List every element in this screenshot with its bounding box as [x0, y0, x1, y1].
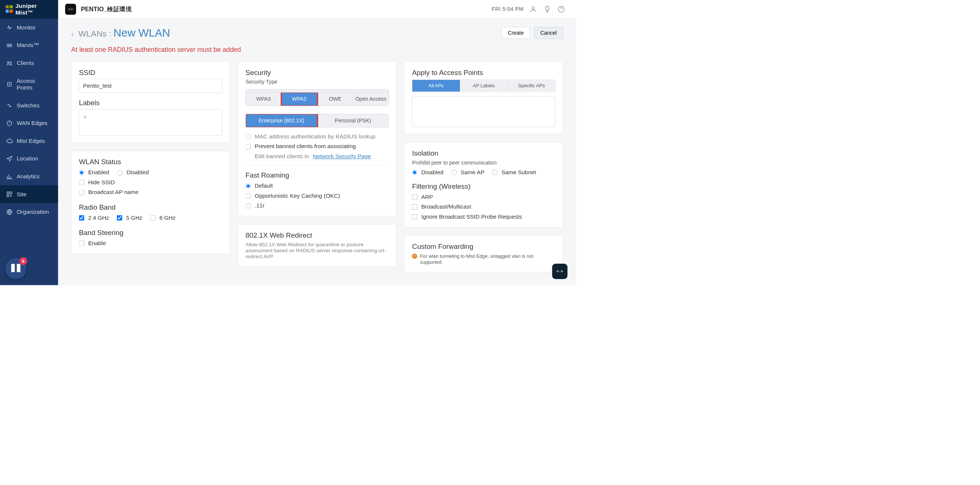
- nav-aps[interactable]: Access Points: [0, 72, 58, 97]
- aps-tab-labels[interactable]: AP Labels: [460, 80, 508, 92]
- nav-analytics[interactable]: Analytics: [0, 168, 58, 185]
- broadcast-apname-check[interactable]: [79, 190, 84, 195]
- band-24-check[interactable]: [79, 215, 84, 220]
- svg-point-6: [10, 62, 11, 64]
- security-card: Security Security Type WPA3 WPA3 WPA2 OW…: [238, 61, 397, 216]
- bulb-icon[interactable]: [543, 5, 552, 14]
- prevent-banned-check[interactable]: [245, 144, 251, 149]
- roam-okc-label: Opportunistic Key Caching (OKC): [255, 193, 340, 199]
- mac-auth-check: [245, 134, 251, 139]
- mac-auth-label: MAC address authentication by RADIUS loo…: [255, 133, 375, 140]
- band-steering-enable-check[interactable]: [79, 241, 84, 246]
- nav-label: Site: [17, 191, 27, 198]
- logo-icon: [5, 5, 13, 14]
- iso-disabled-label: Disabled: [422, 169, 443, 176]
- apply-aps-heading: Apply to Access Points: [412, 68, 555, 77]
- org-name: PENTIO_検証環境: [81, 5, 132, 13]
- svg-point-8: [9, 84, 10, 85]
- svg-rect-11: [7, 195, 9, 196]
- aps-tab-all[interactable]: All APs: [412, 80, 460, 92]
- authmode-enterprise[interactable]: Enterprise (802.1X): [246, 114, 317, 127]
- brand-logo[interactable]: Juniper Mist™: [0, 0, 58, 19]
- custom-forwarding-card: Custom Forwarding ! For wlan tunneling t…: [404, 235, 563, 272]
- add-label-button[interactable]: +: [83, 113, 87, 121]
- user-icon[interactable]: [529, 5, 538, 14]
- nav-clients[interactable]: Clients: [0, 54, 58, 72]
- iso-samesub-radio[interactable]: [492, 170, 498, 175]
- main-content: ‹ WLANs : New WLAN Create Cancel At leas…: [58, 19, 576, 285]
- chat-assistant-button[interactable]: [552, 264, 568, 279]
- apply-aps-card: Apply to Access Points All APs AP Labels…: [404, 61, 563, 134]
- labels-box[interactable]: +: [79, 109, 222, 136]
- authmode-personal[interactable]: Personal (PSK): [317, 114, 388, 127]
- back-chevron-icon[interactable]: ‹: [71, 30, 73, 38]
- sidebar: Monitor Marvis™ Clients Access Points Sw…: [0, 19, 58, 285]
- org-icon: [65, 4, 76, 14]
- aps-selection-box[interactable]: [412, 96, 555, 127]
- svg-point-5: [8, 62, 9, 63]
- help-count-badge: 6: [19, 257, 27, 265]
- svg-rect-10: [10, 192, 12, 194]
- roam-okc-radio[interactable]: [245, 193, 251, 198]
- sectype-wpa3[interactable]: WPA3: [246, 93, 282, 105]
- broadcast-apname-label: Broadcast AP name: [88, 189, 138, 196]
- edit-banned-prefix: Edit banned clients in: [255, 153, 309, 160]
- help-docs-button[interactable]: 6: [5, 258, 26, 279]
- band-steering-heading: Band Steering: [79, 229, 222, 237]
- roam-11r-label: .11r: [255, 202, 264, 209]
- band-6-check[interactable]: [150, 215, 156, 220]
- svg-rect-7: [8, 83, 11, 86]
- cancel-button[interactable]: Cancel: [534, 27, 563, 39]
- roam-default-radio[interactable]: [245, 183, 251, 188]
- top-bar: Juniper Mist™ PENTIO_検証環境 FRI 5:04 PM: [0, 0, 576, 19]
- breadcrumb[interactable]: WLANs :: [78, 29, 111, 38]
- nav-label: Switches: [17, 102, 40, 108]
- aps-tab-specific[interactable]: Specific APs: [508, 80, 555, 92]
- nav-site[interactable]: Site: [0, 185, 58, 203]
- svg-point-4: [10, 45, 10, 46]
- web-redirect-card: 802.1X Web Redirect Allow 802.1X Web Red…: [238, 224, 397, 267]
- help-icon[interactable]: [557, 5, 566, 14]
- nav-label: WAN Edges: [17, 120, 48, 126]
- band-5-label: 5 GHz: [126, 214, 142, 221]
- ssid-heading: SSID: [79, 68, 222, 77]
- ssid-input[interactable]: [79, 79, 222, 93]
- svg-point-3: [8, 45, 9, 46]
- web-redirect-heading: 802.1X Web Redirect: [245, 231, 388, 239]
- filter-bcast-check[interactable]: [412, 204, 417, 209]
- nav-marvis[interactable]: Marvis™: [0, 37, 58, 54]
- filter-arp-check[interactable]: [412, 195, 417, 199]
- nav-wan[interactable]: WAN Edges: [0, 114, 58, 132]
- security-type-label: Security Type: [245, 79, 388, 85]
- create-button[interactable]: Create: [501, 27, 530, 39]
- band-steering-enable-label: Enable: [88, 240, 106, 247]
- nav-mist-edges[interactable]: Mist Edges: [0, 132, 58, 150]
- nav-label: Mist Edges: [17, 138, 45, 144]
- labels-heading: Labels: [79, 99, 222, 107]
- network-security-link[interactable]: Network Security Page: [313, 153, 371, 160]
- sectype-wpa2[interactable]: WPA2: [282, 93, 317, 105]
- nav-org[interactable]: Organization: [0, 203, 58, 221]
- svg-rect-2: [7, 44, 11, 46]
- nav-label: Access Points: [16, 78, 52, 91]
- status-disabled-radio[interactable]: [118, 170, 123, 175]
- sectype-open[interactable]: Open Access: [353, 93, 388, 105]
- status-enabled-radio[interactable]: [79, 170, 84, 175]
- org-selector[interactable]: PENTIO_検証環境: [58, 4, 132, 14]
- iso-disabled-radio[interactable]: [412, 170, 417, 175]
- nav-monitor[interactable]: Monitor: [0, 19, 58, 37]
- iso-sameap-radio[interactable]: [451, 170, 457, 175]
- sectype-owe[interactable]: OWE: [317, 93, 353, 105]
- clock: FRI 5:04 PM: [492, 6, 523, 12]
- filter-ignore-label: Ignore Broadcast SSID Probe Requests: [422, 214, 522, 220]
- hide-ssid-check[interactable]: [79, 180, 84, 185]
- svg-rect-9: [7, 192, 9, 194]
- band-5-check[interactable]: [117, 215, 123, 220]
- validation-error: At least one RADIUS authentication serve…: [58, 41, 576, 53]
- nav-switches[interactable]: Switches: [0, 97, 58, 115]
- nav-location[interactable]: Location: [0, 150, 58, 168]
- filter-ignore-check[interactable]: [412, 214, 417, 219]
- roam-11r-radio[interactable]: [245, 203, 251, 208]
- security-heading: Security: [245, 68, 388, 77]
- band-6-label: 6 GHz: [160, 214, 176, 221]
